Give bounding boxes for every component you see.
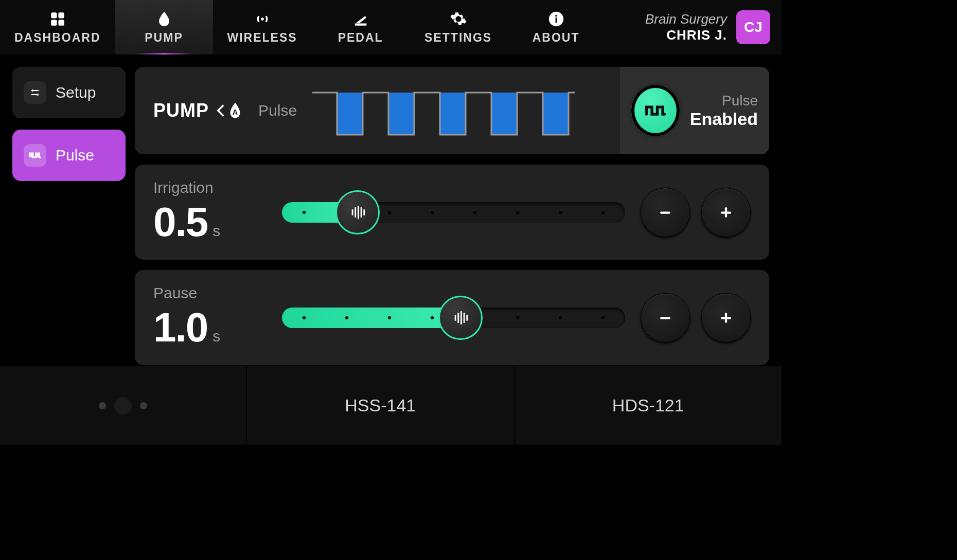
wireless-icon: [254, 10, 271, 28]
nav-settings[interactable]: SETTINGS: [410, 0, 507, 55]
svg-rect-3: [58, 20, 64, 25]
pause-value: 1.0: [153, 304, 207, 351]
svg-rect-27: [457, 313, 459, 323]
svg-rect-22: [363, 209, 365, 215]
nav-dashboard[interactable]: DASHBOARD: [0, 0, 115, 55]
svg-rect-21: [360, 207, 362, 218]
svg-rect-29: [463, 313, 465, 323]
pause-slider[interactable]: [282, 303, 625, 332]
nav-label: DASHBOARD: [14, 31, 101, 45]
svg-point-7: [555, 14, 557, 16]
svg-rect-15: [440, 93, 466, 135]
svg-rect-18: [351, 209, 353, 215]
footer-device-label: HDS-121: [612, 395, 684, 416]
pause-unit: s: [212, 328, 220, 345]
footer-device-2[interactable]: HDS-121: [515, 366, 782, 445]
svg-rect-9: [33, 90, 39, 91]
nav-wireless[interactable]: WIRELESS: [213, 0, 312, 55]
svg-rect-6: [555, 17, 557, 23]
svg-rect-17: [543, 93, 569, 135]
svg-rect-28: [460, 311, 462, 324]
svg-rect-19: [355, 207, 356, 218]
pause-label: Pause: [153, 284, 267, 302]
info-icon: [547, 10, 565, 28]
nav-label: SETTINGS: [424, 31, 492, 45]
sidebar-item-setup[interactable]: Setup: [12, 67, 126, 118]
main-area: Setup Pulse PUMP A Pulse: [0, 55, 782, 365]
nav-label: PEDAL: [338, 31, 383, 45]
svg-point-10: [37, 94, 39, 96]
pedal-icon: [352, 10, 369, 28]
svg-rect-2: [51, 20, 57, 25]
gear-icon: [450, 10, 467, 28]
sidebar-item-label: Pulse: [56, 147, 94, 164]
footer: HSS-141 HDS-121: [0, 365, 782, 445]
pump-a-drop-icon: A: [216, 101, 243, 120]
irrigation-plus-button[interactable]: [701, 188, 751, 237]
svg-rect-13: [337, 93, 363, 135]
user-block[interactable]: Brain Surgery CHRIS J. CJ: [645, 10, 782, 44]
pulse-toggle-knob-icon: [631, 85, 680, 136]
sidebar-item-label: Setup: [56, 84, 96, 101]
panels: PUMP A Pulse: [135, 67, 769, 365]
svg-rect-25: [725, 207, 727, 218]
svg-point-4: [261, 17, 264, 21]
nav-label: PUMP: [145, 31, 183, 45]
footer-device-label: HSS-141: [345, 395, 416, 416]
sliders-icon: [24, 81, 46, 104]
pump-mode: Pulse: [258, 102, 297, 119]
svg-rect-16: [491, 93, 517, 135]
svg-rect-26: [454, 315, 456, 320]
svg-rect-20: [358, 206, 359, 219]
svg-rect-11: [31, 94, 37, 95]
irrigation-slider[interactable]: [282, 198, 625, 227]
irrigation-value: 0.5: [153, 198, 207, 246]
dashboard-icon: [49, 10, 66, 28]
svg-rect-0: [51, 12, 57, 18]
nav-pedal[interactable]: PEDAL: [312, 0, 410, 55]
nav-pump[interactable]: PUMP: [115, 0, 213, 55]
dot-icon: [140, 402, 147, 409]
slider-thumb-icon[interactable]: [438, 296, 483, 340]
nav-label: WIRELESS: [227, 31, 297, 45]
irrigation-panel: Irrigation 0.5 s: [135, 165, 769, 260]
user-avatar[interactable]: CJ: [736, 10, 770, 44]
nav-about[interactable]: ABOUT: [507, 0, 605, 55]
svg-rect-33: [725, 313, 727, 323]
svg-text:A: A: [233, 108, 238, 116]
svg-rect-1: [58, 12, 64, 18]
sidebar-item-pulse[interactable]: Pulse: [12, 130, 126, 181]
page-indicator[interactable]: [0, 366, 247, 445]
pulse-icon: [24, 144, 46, 167]
top-nav: DASHBOARD PUMP WIRELESS PEDAL SETTINGS A…: [0, 0, 782, 55]
svg-point-8: [31, 89, 33, 92]
slider-thumb-icon[interactable]: [335, 190, 380, 234]
dot-icon: [99, 402, 106, 409]
svg-rect-23: [660, 211, 670, 213]
pause-minus-button[interactable]: [641, 293, 690, 342]
dot-active-icon: [114, 397, 132, 414]
nav-label: ABOUT: [533, 31, 580, 45]
irrigation-unit: s: [212, 222, 220, 240]
footer-device-1[interactable]: HSS-141: [247, 366, 515, 445]
pulse-wave-icon: [312, 85, 575, 136]
pump-header-panel: PUMP A Pulse: [135, 67, 769, 154]
irrigation-minus-button[interactable]: [641, 188, 690, 237]
drop-icon: [155, 10, 173, 28]
pulse-enable-toggle[interactable]: Pulse Enabled: [620, 67, 769, 154]
pause-panel: Pause 1.0 s: [135, 270, 769, 365]
svg-rect-14: [388, 93, 414, 135]
toggle-label: Pulse: [690, 93, 758, 109]
user-name: CHRIS J.: [645, 27, 727, 43]
svg-rect-31: [660, 317, 670, 319]
user-context: Brain Surgery: [645, 11, 727, 27]
svg-rect-30: [466, 315, 468, 320]
toggle-state: Enabled: [690, 109, 758, 129]
pause-plus-button[interactable]: [701, 293, 751, 342]
sidebar: Setup Pulse: [12, 67, 126, 365]
irrigation-label: Irrigation: [153, 179, 267, 196]
pump-title: PUMP: [153, 100, 209, 121]
